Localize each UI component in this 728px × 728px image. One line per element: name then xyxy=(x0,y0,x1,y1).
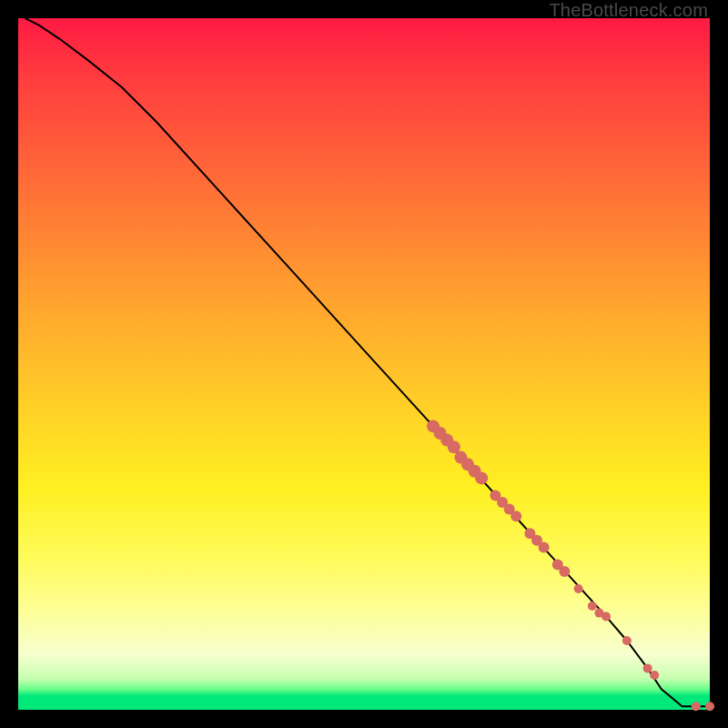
plot-area xyxy=(18,18,710,710)
data-point xyxy=(643,663,652,672)
data-point xyxy=(692,702,701,711)
data-point xyxy=(602,612,611,621)
marker-layer xyxy=(427,420,714,711)
data-point xyxy=(622,636,632,645)
data-point xyxy=(475,471,488,484)
chart-svg xyxy=(18,18,710,710)
data-point xyxy=(705,702,714,711)
data-curve xyxy=(25,18,710,706)
data-point xyxy=(511,511,521,521)
data-point xyxy=(588,602,597,611)
data-point xyxy=(539,541,550,552)
data-point xyxy=(448,440,460,453)
chart-stage: TheBottleneck.com xyxy=(0,0,728,728)
data-point xyxy=(650,671,659,680)
data-point xyxy=(574,584,583,593)
data-point xyxy=(559,566,570,577)
